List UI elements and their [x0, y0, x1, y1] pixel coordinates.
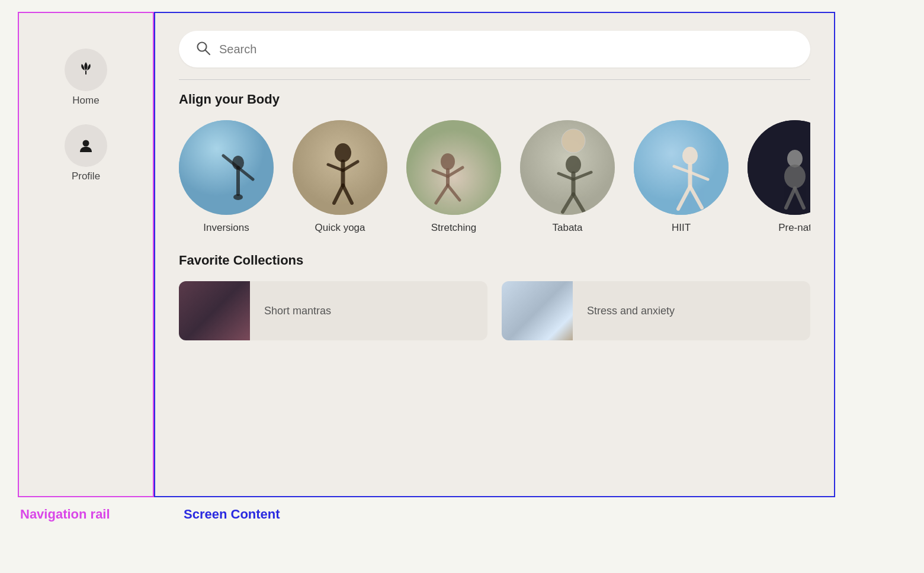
quick-yoga-label: Quick yoga [315, 222, 365, 234]
navigation-rail: Home Profile [18, 12, 154, 497]
category-hiit[interactable]: HIIT [634, 120, 729, 234]
favorite-collections-title: Favorite Collections [179, 253, 810, 268]
stretching-circle [406, 120, 501, 215]
favorite-collections-section: Favorite Collections Short mantras Stres… [179, 253, 810, 340]
bottom-labels: Navigation rail Screen Content [18, 507, 835, 522]
svg-line-3 [206, 50, 210, 55]
collection-short-mantras[interactable]: Short mantras [179, 281, 487, 340]
category-prenatal[interactable]: Pre-nat [747, 120, 810, 234]
profile-label: Profile [72, 170, 100, 182]
svg-point-33 [682, 147, 698, 165]
category-inversions[interactable]: Inversions [179, 120, 274, 234]
person-icon [77, 137, 95, 154]
home-icon-circle [65, 49, 107, 91]
svg-point-26 [566, 156, 581, 173]
screen-content-label: Screen Content [154, 507, 835, 522]
hiit-circle [634, 120, 729, 215]
screen-content: Align your Body [154, 12, 835, 497]
search-input[interactable] [219, 43, 794, 56]
prenatal-label: Pre-nat [778, 222, 810, 234]
svg-point-41 [784, 165, 806, 188]
category-quick-yoga[interactable]: Quick yoga [293, 120, 387, 234]
category-stretching[interactable]: Stretching [406, 120, 501, 234]
svg-rect-0 [85, 70, 86, 75]
stress-thumbnail [502, 281, 573, 340]
profile-icon-circle [65, 124, 107, 167]
mantras-label: Short mantras [250, 305, 345, 317]
stretching-label: Stretching [431, 222, 477, 234]
nav-item-home[interactable]: Home [65, 49, 107, 107]
nav-rail-label: Navigation rail [18, 507, 154, 522]
quick-yoga-circle [293, 120, 387, 215]
collections-row: Short mantras Stress and anxiety [179, 281, 810, 340]
svg-point-1 [83, 140, 89, 147]
category-tabata[interactable]: Tabata [520, 120, 615, 234]
inversions-label: Inversions [203, 222, 249, 234]
search-icon [195, 40, 211, 58]
search-bar[interactable] [179, 31, 810, 67]
categories-row: Inversions [179, 120, 810, 234]
nav-item-profile[interactable]: Profile [65, 124, 107, 182]
svg-point-18 [441, 153, 455, 170]
stress-label: Stress and anxiety [573, 305, 689, 317]
align-body-title: Align your Body [179, 92, 810, 107]
prenatal-circle [747, 120, 810, 215]
home-label: Home [72, 95, 99, 107]
svg-rect-17 [406, 120, 501, 215]
mantras-thumbnail [179, 281, 250, 340]
svg-rect-10 [293, 120, 387, 215]
tabata-circle [520, 120, 615, 215]
align-body-section: Align your Body [179, 92, 810, 253]
leaf-icon [76, 59, 96, 81]
svg-point-25 [562, 129, 585, 153]
tabata-label: Tabata [552, 222, 582, 234]
search-divider [179, 79, 810, 80]
hiit-label: HIIT [672, 222, 691, 234]
svg-rect-4 [179, 120, 274, 215]
svg-point-11 [335, 143, 351, 162]
inversions-circle [179, 120, 274, 215]
collection-stress-anxiety[interactable]: Stress and anxiety [502, 281, 810, 340]
